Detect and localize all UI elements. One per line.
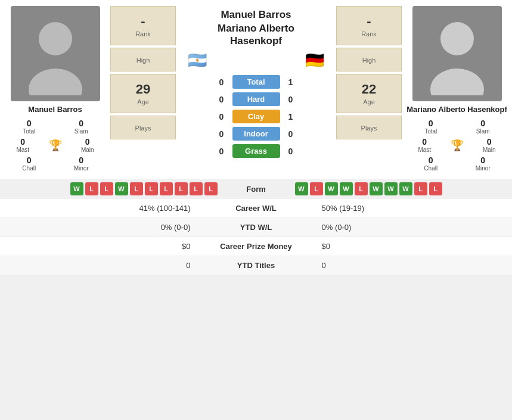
stats-center-label: Career W/L — [203, 204, 310, 213]
player-left-avatar — [11, 6, 100, 101]
stats-section: 41% (100-141) Career W/L 50% (19-19) 0% … — [0, 199, 512, 275]
left-stat-minor: 0 Minor — [55, 154, 108, 173]
surface-row-hard: 0 Hard 0 — [182, 92, 330, 106]
player-left-stats: 0 Total 0 Slam 0 Mast 🏆 0 Main — [0, 117, 110, 173]
stats-row: 0% (0-0) YTD W/L 0% (0-0) — [0, 218, 512, 237]
trophy-left-icon: 🏆 — [49, 139, 62, 152]
stats-center-label: Career Prize Money — [203, 242, 310, 251]
left-age-box: 29 Age — [110, 74, 176, 113]
form-badge-left: W — [70, 182, 83, 195]
left-plays-box: Plays — [110, 116, 176, 139]
form-badge-left: L — [130, 182, 143, 195]
app-container: Manuel Barros 0 Total 0 Slam 0 Mast 🏆 — [0, 0, 512, 275]
left-stat-total: 0 Total — [3, 117, 55, 136]
form-badge-right: W — [370, 182, 383, 195]
right-plays-box: Plays — [336, 116, 402, 139]
stats-right-val: 50% (19-19) — [310, 204, 507, 213]
right-trophy-row: 0 Mast 🏆 0 Main — [405, 136, 509, 154]
form-badge-left: L — [175, 182, 188, 195]
form-section: WLLWLLLLLL Form WLWWLWWWLL — [0, 179, 512, 199]
stats-center-label: YTD W/L — [203, 223, 310, 232]
stats-left-val: 41% (100-141) — [6, 204, 203, 213]
right-flag: 🇩🇪 — [305, 51, 324, 70]
form-badge-right: W — [399, 182, 412, 195]
surface-right-score: 1 — [285, 77, 297, 87]
stats-center-label: YTD Titles — [203, 261, 310, 270]
top-section: Manuel Barros 0 Total 0 Slam 0 Mast 🏆 — [0, 0, 512, 179]
form-badge-left: L — [204, 182, 218, 195]
right-stat-chall: 0 Chall — [405, 154, 457, 173]
stats-left-val: 0% (0-0) — [6, 223, 203, 232]
player-left-info-card: - Rank High 29 Age Plays — [110, 6, 176, 173]
form-badge-right: L — [429, 182, 442, 195]
form-label: Form — [226, 185, 286, 194]
surface-left-score: 0 — [216, 95, 228, 104]
right-high-box: High — [336, 48, 402, 71]
left-trophy-row: 0 Mast 🏆 0 Main — [3, 136, 107, 154]
player-right-stats: 0 Total 0 Slam 0 Mast 🏆 0 Main — [402, 117, 512, 173]
stats-left-val: 0 — [6, 261, 203, 270]
surface-badge: Grass — [232, 144, 280, 158]
form-badge-right: W — [340, 182, 353, 195]
player-right: Mariano Alberto Hasenkopf 0 Total 0 Slam… — [402, 6, 512, 173]
surface-row-grass: 0 Grass 0 — [182, 144, 330, 158]
right-player-center-name: Manuel Barros — [221, 9, 291, 21]
right-stat-mast: 0 Mast — [405, 136, 445, 154]
form-left: WLLWLLLLLL — [6, 182, 224, 195]
player-right-name: Mariano Alberto Hasenkopf — [407, 105, 507, 114]
left-flag: 🇦🇷 — [188, 51, 207, 70]
trophy-right-icon: 🏆 — [451, 139, 464, 152]
surface-right-score: 1 — [285, 112, 297, 122]
surface-right-score: 0 — [285, 129, 297, 139]
surface-badge: Total — [232, 75, 280, 89]
form-badge-left: L — [145, 182, 158, 195]
left-stat-mast: 0 Mast — [3, 136, 43, 154]
surface-rows: 0 Total 1 0 Hard 0 0 Clay 1 0 Indoor 0 0… — [182, 75, 330, 161]
surface-row-indoor: 0 Indoor 0 — [182, 127, 330, 141]
right-age-box: 22 Age — [336, 74, 402, 113]
surface-left-score: 0 — [216, 129, 228, 139]
surface-right-score: 0 — [285, 147, 297, 156]
stats-row: $0 Career Prize Money $0 — [0, 237, 512, 256]
form-badge-left: W — [115, 182, 128, 195]
stats-right-val: 0% (0-0) — [310, 223, 507, 232]
right-stat-main: 0 Main — [470, 136, 510, 154]
surface-left-score: 0 — [216, 147, 228, 156]
left-rank-box: - Rank — [110, 6, 176, 45]
right-stat-minor: 0 Minor — [457, 154, 510, 173]
form-badge-right: L — [355, 182, 368, 195]
surface-badge: Clay — [232, 110, 280, 123]
surface-row-total: 0 Total 1 — [182, 75, 330, 89]
left-high-box: High — [110, 48, 176, 71]
surface-left-score: 0 — [216, 112, 228, 122]
player-right-avatar — [412, 6, 502, 101]
form-badge-right: L — [310, 182, 323, 195]
left-stat-slam: 0 Slam — [55, 117, 108, 136]
surface-badge: Indoor — [232, 127, 280, 141]
stats-row: 41% (100-141) Career W/L 50% (19-19) — [0, 199, 512, 218]
player-right-info-card: - Rank High 22 Age Plays — [336, 6, 402, 173]
right-stat-total: 0 Total — [405, 117, 457, 136]
form-right: WLWWLWWWLL — [289, 182, 507, 195]
stats-left-val: $0 — [6, 242, 203, 251]
stats-row: 0 YTD Titles 0 — [0, 256, 512, 275]
right-stat-slam: 0 Slam — [457, 117, 510, 136]
left-player-center-name: Mariano Alberto Hasenkopf — [218, 23, 294, 47]
player-left-name: Manuel Barros — [28, 105, 82, 114]
surface-left-score: 0 — [216, 77, 228, 87]
stats-right-val: 0 — [310, 261, 507, 270]
left-stat-chall: 0 Chall — [3, 154, 55, 173]
svg-point-4 — [440, 22, 474, 55]
form-badge-left: L — [190, 182, 203, 195]
right-rank-box: - Rank — [336, 6, 402, 45]
form-badge-right: W — [384, 182, 398, 195]
form-badge-right: W — [295, 182, 308, 195]
form-badge-left: L — [85, 182, 98, 195]
form-badge-right: W — [325, 182, 338, 195]
left-stat-main: 0 Main — [68, 136, 108, 154]
player-left: Manuel Barros 0 Total 0 Slam 0 Mast 🏆 — [0, 6, 110, 173]
surface-badge: Hard — [232, 92, 280, 106]
surface-right-score: 0 — [285, 95, 297, 104]
surface-row-clay: 0 Clay 1 — [182, 110, 330, 123]
svg-point-1 — [39, 22, 72, 55]
